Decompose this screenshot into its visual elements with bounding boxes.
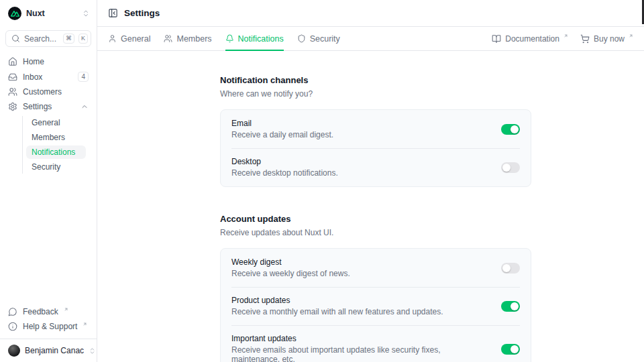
sidebar-item-label: Customers: [23, 87, 89, 97]
important-updates-toggle[interactable]: [501, 344, 520, 355]
page-header: Settings: [97, 0, 644, 27]
info-icon: [8, 322, 17, 331]
main-panel: Settings General Members Notifications S…: [97, 0, 644, 362]
sidebar-collapse-icon[interactable]: [108, 8, 118, 18]
section-description: Where can we notify you?: [220, 89, 531, 99]
submenu-label: Members: [32, 133, 65, 142]
sidebar-spacer: [0, 174, 97, 305]
chevrons-up-down-icon: [89, 347, 96, 355]
help-support-link[interactable]: Help & Support: [5, 320, 91, 333]
buy-now-link[interactable]: Buy now: [580, 34, 633, 44]
search-placeholder: Search...: [24, 34, 59, 44]
kbd-cmd: ⌘: [63, 34, 74, 44]
users-icon: [164, 34, 172, 43]
sidebar-item-home[interactable]: Home: [5, 55, 91, 68]
submenu-label: Notifications: [32, 147, 75, 157]
setting-row-weekly-digest: Weekly digest Receive a weekly digest of…: [221, 249, 531, 287]
chevron-up-icon: [80, 103, 89, 111]
desktop-toggle[interactable]: [501, 162, 520, 173]
action-label: Buy now: [594, 34, 625, 44]
weekly-digest-toggle[interactable]: [501, 263, 520, 274]
user-name: Benjamin Canac: [25, 346, 84, 355]
sidebar-item-label: Settings: [23, 102, 75, 111]
nuxt-logo-icon: [8, 7, 21, 20]
toggle-knob: [511, 302, 519, 310]
setting-description: Receive desktop notifications.: [231, 168, 490, 178]
sidebar-item-general[interactable]: General: [26, 116, 86, 129]
settings-tabbar: General Members Notifications Security D…: [97, 27, 644, 51]
home-icon: [8, 57, 17, 66]
tab-label: Security: [310, 34, 340, 44]
setting-title: Product updates: [231, 296, 490, 305]
feedback-link[interactable]: Feedback: [5, 305, 91, 318]
inbox-count-badge: 4: [78, 72, 89, 82]
email-toggle[interactable]: [501, 124, 520, 135]
message-icon: [8, 307, 17, 316]
sidebar-item-security[interactable]: Security: [26, 160, 86, 174]
sidebar-item-members[interactable]: Members: [26, 131, 86, 144]
tab-notifications[interactable]: Notifications: [225, 27, 284, 50]
section-title: Account updates: [220, 214, 531, 224]
documentation-link[interactable]: Documentation: [492, 34, 568, 44]
notifications-content: Notification channels Where can we notif…: [97, 51, 644, 362]
workspace-name: Nuxt: [26, 9, 77, 18]
app-window: Nuxt Search... ⌘ K Home Inbox 4 Cust: [0, 0, 644, 362]
book-icon: [492, 34, 501, 44]
bell-icon: [225, 34, 234, 43]
product-updates-toggle[interactable]: [501, 301, 520, 312]
external-link-icon: [83, 322, 87, 326]
section-description: Receive updates about Nuxt UI.: [220, 228, 531, 237]
cart-icon: [580, 34, 590, 44]
setting-title: Important updates: [231, 334, 490, 343]
sidebar-item-customers[interactable]: Customers: [5, 85, 91, 99]
external-link-icon: [564, 34, 568, 38]
shield-icon: [297, 34, 306, 43]
sidebar-footer: Feedback Help & Support: [0, 305, 97, 339]
tab-general[interactable]: General: [108, 27, 150, 50]
setting-title: Weekly digest: [231, 257, 490, 267]
tab-security[interactable]: Security: [297, 27, 340, 50]
sidebar-item-inbox[interactable]: Inbox 4: [5, 70, 91, 84]
search-icon: [11, 34, 20, 43]
section-notification-channels: Notification channels Where can we notif…: [220, 75, 531, 187]
gear-icon: [8, 102, 17, 111]
toggle-knob: [511, 345, 519, 353]
submenu-label: Security: [32, 162, 60, 172]
action-label: Documentation: [505, 34, 559, 44]
chevrons-up-down-icon[interactable]: [82, 9, 90, 17]
user-menu[interactable]: Benjamin Canac: [0, 339, 97, 362]
sidebar-item-notifications[interactable]: Notifications: [26, 145, 86, 159]
kbd-k: K: [78, 34, 88, 44]
external-link-icon: [64, 307, 68, 312]
setting-row-desktop: Desktop Receive desktop notifications.: [221, 148, 531, 186]
setting-description: Receive emails about important updates l…: [231, 345, 490, 362]
search-input[interactable]: Search... ⌘ K: [5, 30, 91, 47]
toggle-knob: [511, 125, 519, 133]
inbox-icon: [8, 72, 17, 82]
tab-members[interactable]: Members: [164, 27, 211, 50]
sidebar-item-settings[interactable]: Settings: [5, 100, 91, 113]
tab-label: Members: [176, 34, 211, 44]
settings-card: Weekly digest Receive a weekly digest of…: [220, 248, 531, 362]
tab-label: General: [121, 34, 150, 44]
setting-title: Desktop: [231, 157, 490, 166]
sidebar-nav: Home Inbox 4 Customers Settings General …: [0, 54, 97, 174]
settings-submenu: General Members Notifications Security: [22, 116, 86, 174]
tab-label: Notifications: [238, 34, 284, 44]
section-title: Notification channels: [220, 75, 531, 85]
setting-row-important-updates: Important updates Receive emails about i…: [221, 325, 531, 362]
sidebar: Nuxt Search... ⌘ K Home Inbox 4 Cust: [0, 0, 97, 362]
page-title: Settings: [124, 8, 160, 18]
sidebar-item-label: Inbox: [23, 72, 72, 82]
setting-row-email: Email Receive a daily email digest.: [221, 110, 531, 148]
sidebar-item-label: Home: [23, 57, 89, 66]
submenu-label: General: [32, 118, 60, 127]
setting-description: Receive a daily email digest.: [231, 130, 490, 139]
avatar: [8, 345, 20, 357]
settings-card: Email Receive a daily email digest. Desk…: [220, 109, 531, 187]
section-account-updates: Account updates Receive updates about Nu…: [220, 214, 531, 362]
footer-link-label: Feedback: [23, 307, 58, 316]
setting-description: Receive a monthly email with all new fea…: [231, 307, 490, 316]
workspace-switcher[interactable]: Nuxt: [0, 0, 97, 24]
toggle-knob: [502, 264, 511, 272]
